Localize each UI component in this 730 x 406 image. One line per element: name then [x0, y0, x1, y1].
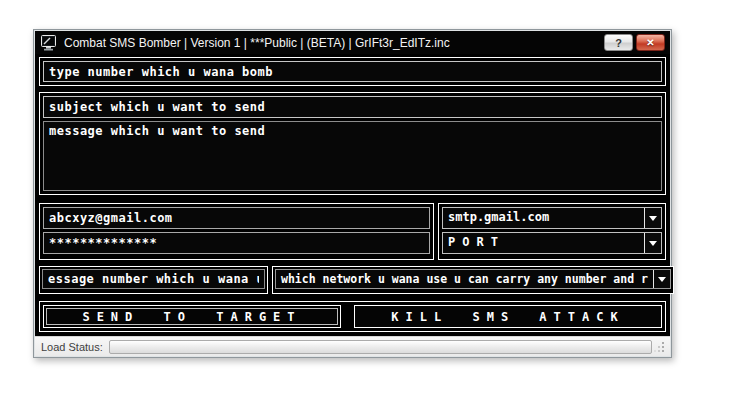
kill-sms-attack-button[interactable]: KILL SMS ATTACK: [354, 305, 662, 328]
server-group: smtp.gmail.com PORT: [438, 203, 666, 260]
chevron-down-icon[interactable]: [644, 208, 661, 228]
sender-row: which network u wana use u can carry any…: [39, 266, 666, 294]
port-value: PORT: [443, 233, 644, 253]
resize-grip-icon[interactable]: [654, 340, 666, 354]
smtp-server-value: smtp.gmail.com: [443, 208, 644, 228]
network-group: which network u wana use u can carry any…: [272, 266, 674, 294]
smtp-server-combobox[interactable]: smtp.gmail.com: [442, 207, 662, 229]
email-input[interactable]: [43, 207, 430, 229]
network-value: which network u wana use u can carry any…: [276, 270, 653, 288]
credentials-row: smtp.gmail.com PORT: [39, 203, 666, 260]
message-number-group: [39, 266, 268, 294]
titlebar[interactable]: Combat SMS Bomber | Version 1 | ***Publi…: [35, 31, 670, 54]
app-window: Combat SMS Bomber | Version 1 | ***Publi…: [33, 29, 672, 358]
network-combobox[interactable]: which network u wana use u can carry any…: [275, 269, 671, 289]
status-bar: Load Status:: [35, 336, 670, 356]
chevron-down-icon[interactable]: [653, 270, 670, 288]
credentials-group: [39, 203, 434, 260]
caption-buttons: ? ✕: [604, 34, 665, 51]
actions-group: SEND TO TARGET KILL SMS ATTACK: [39, 301, 666, 332]
target-number-group: [39, 57, 666, 86]
load-status-label: Load Status:: [41, 341, 103, 353]
message-number-input[interactable]: [42, 269, 265, 289]
computer-icon: [41, 35, 58, 51]
password-input[interactable]: [43, 232, 430, 254]
port-combobox[interactable]: PORT: [442, 232, 662, 254]
load-progressbar: [109, 340, 652, 354]
chevron-down-icon[interactable]: [644, 233, 661, 253]
button-gap: [341, 305, 354, 328]
close-button[interactable]: ✕: [636, 34, 665, 51]
target-number-input[interactable]: [43, 61, 662, 82]
message-textarea[interactable]: message which u want to send: [43, 121, 662, 191]
subject-message-group: message which u want to send: [39, 92, 666, 195]
client-area: message which u want to send smtp.gmail.…: [35, 57, 670, 332]
help-button[interactable]: ?: [604, 34, 633, 51]
subject-input[interactable]: [43, 96, 662, 118]
window-title: Combat SMS Bomber | Version 1 | ***Publi…: [64, 36, 604, 50]
send-to-target-button[interactable]: SEND TO TARGET: [43, 305, 341, 328]
